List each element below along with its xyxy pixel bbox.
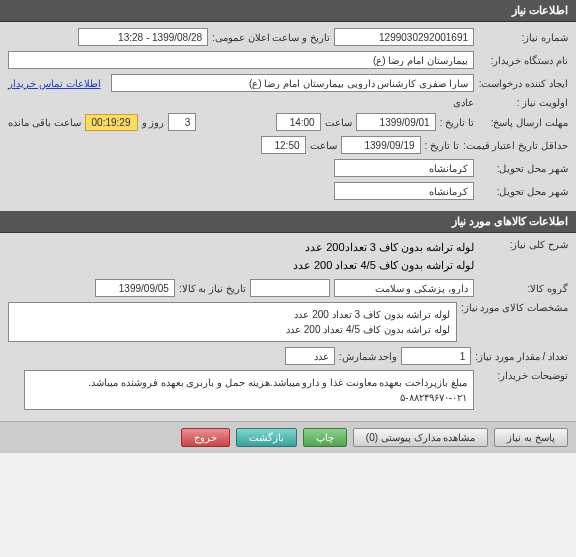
unit-label: واحد شمارش: <box>339 351 398 362</box>
time-label-2: ساعت <box>310 140 337 151</box>
buyer-notes-textarea[interactable]: مبلغ بازپرداخت بعهده معاونت غذا و دارو م… <box>24 370 474 410</box>
desc-line1: لوله تراشه بدون کاف 3 تعداد200 عدد <box>293 239 474 257</box>
respond-button[interactable]: پاسخ به نیاز <box>494 428 568 447</box>
desc-label: شرح کلی نیاز: <box>478 239 568 250</box>
need-number-field[interactable] <box>334 28 474 46</box>
time-label-1: ساعت <box>325 117 352 128</box>
buyer-org-field[interactable] <box>8 51 474 69</box>
days-label: روز و <box>142 117 165 128</box>
spec-line2: لوله تراشه بدون کاف 4/5 تعداد 200 عدد <box>15 322 450 337</box>
buyer-notes-label: توضیحات خریدار: <box>478 370 568 381</box>
delivery-city-label: شهر محل تحویل: <box>478 163 568 174</box>
days-field[interactable] <box>168 113 196 131</box>
group-extra-field[interactable] <box>250 279 330 297</box>
button-bar: پاسخ به نیاز مشاهده مدارک پیوستی (0) چاپ… <box>0 421 576 453</box>
info-form: شماره نیاز: تاریخ و ساعت اعلان عمومی: نا… <box>0 22 576 211</box>
delivery-city-field[interactable] <box>334 159 474 177</box>
validity-date-field[interactable] <box>341 136 421 154</box>
creator-label: ایجاد کننده درخواست: <box>478 78 568 89</box>
priority-value: عادی <box>453 97 474 108</box>
deadline-time-field[interactable] <box>276 113 321 131</box>
creator-field[interactable] <box>111 74 474 92</box>
print-button[interactable]: چاپ <box>303 428 347 447</box>
section-header-info: اطلاعات نیاز <box>0 0 576 22</box>
spec-label: مشخصات کالای مورد نیاز: <box>461 302 568 313</box>
spec-line1: لوله تراشه بدون کاف 3 تعداد 200 عدد <box>15 307 450 322</box>
qty-field[interactable] <box>401 347 471 365</box>
validity-to-label: تا تاریخ : <box>425 140 459 151</box>
need-to-date-field[interactable] <box>95 279 175 297</box>
validity-time-field[interactable] <box>261 136 306 154</box>
desc-line2: لوله تراشه بدون کاف 4/5 تعداد 200 عدد <box>293 257 474 275</box>
unit-field[interactable] <box>285 347 335 365</box>
announce-field[interactable] <box>78 28 208 46</box>
delivery-city2-label: شهر محل تحویل: <box>478 186 568 197</box>
need-to-date-label: تاریخ نیاز به کالا: <box>179 283 246 294</box>
group-field[interactable] <box>334 279 474 297</box>
qty-label: تعداد / مقدار مورد نیاز: <box>475 351 568 362</box>
deadline-date-field[interactable] <box>356 113 436 131</box>
deadline-label: مهلت ارسال پاسخ: <box>478 117 568 128</box>
attachments-button[interactable]: مشاهده مدارک پیوستی (0) <box>353 428 489 447</box>
goods-form: شرح کلی نیاز: لوله تراشه بدون کاف 3 تعدا… <box>0 233 576 421</box>
priority-label: اولویت نیاز : <box>478 97 568 108</box>
delivery-city2-field[interactable] <box>334 182 474 200</box>
exit-button[interactable]: خروج <box>181 428 230 447</box>
back-button[interactable]: بازگشت <box>236 428 297 447</box>
contact-link[interactable]: اطلاعات تماس خریدار <box>8 78 101 89</box>
buyer-org-label: نام دستگاه خریدار: <box>478 55 568 66</box>
validity-label: حداقل تاریخ اعتبار قیمت: <box>463 140 568 151</box>
section-header-goods: اطلاعات کالاهای مورد نیاز <box>0 211 576 233</box>
spec-textarea[interactable]: لوله تراشه بدون کاف 3 تعداد 200 عدد لوله… <box>8 302 457 342</box>
announce-label: تاریخ و ساعت اعلان عمومی: <box>212 32 330 43</box>
to-date-label: تا تاریخ : <box>440 117 474 128</box>
countdown-timer: 00:19:29 <box>85 114 138 131</box>
group-label: گروه کالا: <box>478 283 568 294</box>
remain-label: ساعت باقی مانده <box>8 117 81 128</box>
need-number-label: شماره نیاز: <box>478 32 568 43</box>
desc-value: لوله تراشه بدون کاف 3 تعداد200 عدد لوله … <box>293 239 474 274</box>
